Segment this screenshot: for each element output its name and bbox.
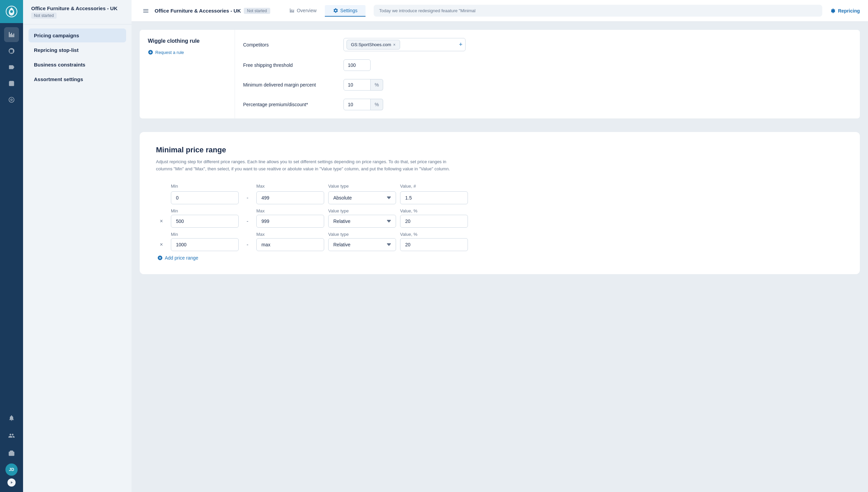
nav-menu: Pricing campaigns Repricing stop-list Bu…	[23, 24, 132, 90]
nav-sidebar: Office Furniture & Accessories - UK Not …	[23, 0, 132, 492]
col-header-value-type: Value type	[328, 184, 396, 189]
col-header-value-type-2: Value type	[328, 208, 396, 213]
percentage-input-group: %	[343, 99, 383, 110]
header-company-name: Office Furniture & Accessories - UK	[155, 8, 241, 14]
rule-title: Wiggle clothing rule	[148, 38, 226, 44]
rule-section: Wiggle clothing rule Request a rule Comp…	[132, 22, 868, 127]
range-1-value-type-select[interactable]: Absolute Relative	[328, 191, 396, 204]
range-2-separator: -	[243, 218, 252, 224]
top-header: Office Furniture & Accessories - UK Not …	[132, 0, 868, 22]
range-3-value-input[interactable]	[400, 238, 468, 251]
sidebar-item-assortment-settings[interactable]: Assortment settings	[28, 72, 126, 86]
col-header-max-2: Max	[256, 208, 324, 213]
range-row-2: × - Absolute Relative	[156, 215, 844, 228]
range-3-value-type-select[interactable]: Absolute Relative	[328, 238, 396, 251]
col-header-value-3: Value, %	[400, 232, 468, 237]
min-margin-input-group: %	[343, 79, 383, 91]
col-header-value: Value, #	[400, 184, 468, 189]
price-range-title: Minimal price range	[156, 146, 844, 154]
company-name: Office Furniture & Accessories - UK	[31, 5, 123, 11]
range-table-header: Min Max Value type Value, #	[156, 184, 844, 189]
min-margin-label: Minimum delivered margin percent	[243, 82, 338, 88]
rule-card-left: Wiggle clothing rule Request a rule	[140, 30, 235, 118]
competitor-tag: GS:SportShoes.com ×	[347, 40, 400, 50]
free-shipping-row: Free shipping threshold	[243, 59, 852, 71]
price-range-panel: Minimal price range Adjust repricing ste…	[140, 132, 860, 274]
sidebar-item-repricing-stop-list[interactable]: Repricing stop-list	[28, 43, 126, 57]
tab-overview[interactable]: Overview	[281, 5, 324, 17]
add-price-range-button[interactable]: Add price range	[156, 255, 844, 261]
col-header-min-3: Min	[171, 232, 239, 237]
sidebar-icon-users[interactable]	[4, 428, 19, 443]
user-avatar[interactable]: JD	[5, 463, 18, 476]
main-content: Office Furniture & Accessories - UK Not …	[132, 0, 868, 492]
icon-sidebar: JD	[0, 0, 23, 492]
add-competitor-button[interactable]: +	[459, 41, 462, 48]
min-margin-row: Minimum delivered margin percent %	[243, 79, 852, 91]
col-header-max: Max	[256, 184, 324, 189]
competitors-label: Competitors	[243, 42, 338, 48]
rule-card: Wiggle clothing rule Request a rule Comp…	[140, 30, 860, 118]
expand-sidebar-button[interactable]	[7, 478, 16, 487]
range-2-value-input[interactable]	[400, 215, 468, 228]
competitors-row: Competitors GS:SportShoes.com × +	[243, 38, 852, 51]
nav-sidebar-header: Office Furniture & Accessories - UK Not …	[23, 0, 132, 24]
range-3-separator: -	[243, 242, 252, 248]
sidebar-item-business-constraints[interactable]: Business constraints	[28, 58, 126, 72]
rule-card-right: Competitors GS:SportShoes.com × +	[235, 30, 860, 118]
icon-sidebar-bottom: JD	[4, 411, 19, 492]
sidebar-icon-briefcase[interactable]	[4, 446, 19, 461]
remove-range-3-button[interactable]: ×	[157, 241, 165, 249]
sidebar-icon-pricing[interactable]	[4, 43, 19, 58]
range-3-min-input[interactable]	[171, 238, 239, 251]
svg-point-1	[10, 10, 13, 13]
price-range-description: Adjust repricing step for different pric…	[156, 158, 461, 173]
competitors-tags: GS:SportShoes.com × +	[343, 38, 466, 51]
col-header-value-type-3: Value type	[328, 232, 396, 237]
range-1-separator: -	[243, 195, 252, 201]
app-logo[interactable]	[0, 0, 23, 23]
hamburger-menu[interactable]	[140, 5, 152, 17]
range-2-value-type-select[interactable]: Absolute Relative	[328, 215, 396, 228]
sidebar-icon-box[interactable]	[4, 76, 19, 91]
col-header-min-2: Min	[171, 208, 239, 213]
min-margin-percent-symbol: %	[371, 79, 383, 91]
range-1-value-input[interactable]	[400, 191, 468, 204]
col-header-value-2: Value, %	[400, 208, 468, 213]
range-row-1: - Absolute Relative	[156, 191, 844, 204]
range-2-max-input[interactable]	[256, 215, 324, 228]
range-3-max-input[interactable]	[256, 238, 324, 251]
min-margin-input[interactable]	[343, 79, 371, 91]
tab-settings[interactable]: Settings	[325, 5, 366, 17]
repricing-button[interactable]: Repricing	[830, 8, 860, 14]
sidebar-item-pricing-campaigns[interactable]: Pricing campaigns	[28, 29, 126, 42]
sidebar-icon-tags[interactable]	[4, 60, 19, 75]
free-shipping-label: Free shipping threshold	[243, 62, 338, 68]
content-area: Wiggle clothing rule Request a rule Comp…	[132, 22, 868, 492]
icon-sidebar-nav	[4, 23, 19, 411]
percentage-label: Percentage premium/discount*	[243, 102, 338, 107]
percentage-percent-symbol: %	[371, 99, 383, 110]
remove-range-2-button[interactable]: ×	[157, 217, 165, 225]
header-status: Not started	[244, 8, 271, 14]
range-1-min-input[interactable]	[171, 191, 239, 204]
sidebar-icon-bell[interactable]	[4, 411, 19, 425]
range-2-min-input[interactable]	[171, 215, 239, 228]
announcement-banner: Today we introduce redesigned feaature "…	[374, 5, 822, 17]
sidebar-icon-analytics[interactable]	[4, 27, 19, 42]
company-status: Not started	[31, 13, 57, 19]
range-row-3: × - Absolute Relative	[156, 238, 844, 251]
free-shipping-input[interactable]	[343, 59, 371, 71]
remove-competitor-button[interactable]: ×	[393, 42, 396, 47]
col-header-max-3: Max	[256, 232, 324, 237]
request-rule-link[interactable]: Request a rule	[148, 44, 226, 55]
col-header-min: Min	[171, 184, 239, 189]
sidebar-icon-target[interactable]	[4, 92, 19, 107]
range-1-max-input[interactable]	[256, 191, 324, 204]
header-tabs: Overview Settings	[281, 5, 366, 17]
percentage-input[interactable]	[343, 99, 371, 110]
percentage-row: Percentage premium/discount* %	[243, 99, 852, 110]
